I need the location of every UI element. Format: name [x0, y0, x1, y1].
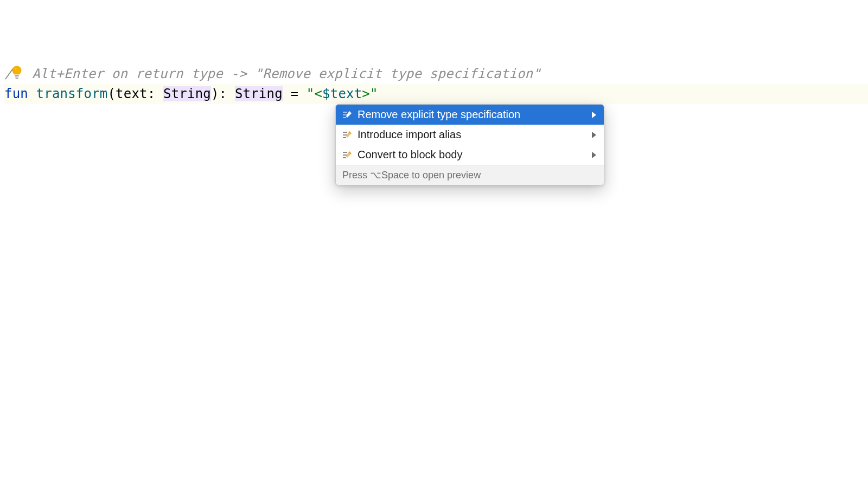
string-interpolation: $text [322, 86, 362, 101]
svg-rect-5 [343, 117, 346, 118]
submenu-arrow-icon [592, 132, 596, 138]
intention-item-block-body[interactable]: Convert to block body [336, 145, 604, 165]
svg-rect-9 [343, 152, 347, 153]
intention-action-icon [342, 150, 352, 160]
svg-rect-8 [343, 137, 346, 138]
param-type: String [163, 86, 211, 101]
return-type[interactable]: String [235, 86, 283, 101]
param-name: text [116, 86, 148, 101]
intention-item-import-alias[interactable]: Introduce import alias [336, 125, 604, 145]
intention-action-icon [342, 130, 352, 140]
return-colon: : [219, 86, 235, 101]
string-gt: > [362, 86, 370, 101]
popup-footer-hint: Press ⌥Space to open preview [336, 165, 604, 185]
intention-action-icon [342, 110, 352, 120]
intention-item-label: Introduce import alias [358, 128, 586, 141]
param-colon: : [148, 86, 163, 101]
svg-rect-6 [343, 132, 347, 133]
svg-rect-1 [15, 76, 19, 78]
string-close-quote: " [370, 86, 378, 101]
code-function-line: fun transform(text: String): String = "<… [4, 84, 868, 104]
submenu-arrow-icon [592, 112, 596, 118]
intention-item-remove-type[interactable]: Remove explicit type specification [336, 105, 604, 125]
intention-actions-popup: Remove explicit type specification Intro… [335, 104, 604, 185]
equals-sign: = [283, 86, 307, 101]
svg-rect-2 [16, 78, 18, 79]
keyword-fun: fun [4, 86, 28, 101]
string-open-quote: " [307, 86, 315, 101]
comment-text: Alt+Enter on return type -> "Remove expl… [24, 66, 541, 81]
svg-rect-3 [343, 112, 347, 113]
submenu-arrow-icon [592, 152, 596, 158]
intention-bulb-icon[interactable] [11, 66, 23, 80]
svg-rect-0 [15, 75, 19, 76]
code-comment-line: / Alt+Enter on return type -> "Remove ex… [4, 64, 868, 84]
intention-item-label: Remove explicit type specification [358, 108, 586, 121]
code-editor[interactable]: / Alt+Enter on return type -> "Remove ex… [0, 0, 868, 104]
close-paren: ) [211, 86, 219, 101]
intention-item-label: Convert to block body [358, 149, 586, 161]
svg-rect-11 [343, 157, 346, 158]
function-name: transform [36, 86, 108, 101]
open-paren: ( [107, 86, 116, 101]
string-lt: < [314, 86, 322, 101]
